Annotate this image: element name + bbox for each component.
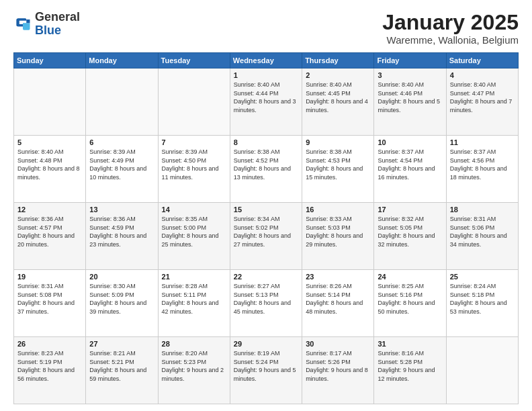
day-info: Sunrise: 8:40 AM Sunset: 4:45 PM Dayligh…: [306, 81, 370, 114]
day-number: 19: [17, 273, 82, 281]
table-row: 16Sunrise: 8:33 AM Sunset: 5:03 PM Dayli…: [302, 203, 374, 270]
day-info: Sunrise: 8:24 AM Sunset: 5:18 PM Dayligh…: [450, 282, 515, 316]
calendar-week-row: 19Sunrise: 8:31 AM Sunset: 5:08 PM Dayli…: [14, 270, 519, 337]
table-row: [446, 337, 518, 404]
table-row: 5Sunrise: 8:40 AM Sunset: 4:48 PM Daylig…: [14, 136, 86, 203]
table-row: 28Sunrise: 8:20 AM Sunset: 5:23 PM Dayli…: [158, 337, 230, 404]
day-info: Sunrise: 8:33 AM Sunset: 5:03 PM Dayligh…: [306, 215, 370, 248]
table-row: 1Sunrise: 8:40 AM Sunset: 4:44 PM Daylig…: [230, 68, 302, 136]
col-wednesday: Wednesday: [230, 53, 302, 68]
day-number: 29: [234, 340, 298, 348]
table-row: 29Sunrise: 8:19 AM Sunset: 5:24 PM Dayli…: [230, 337, 302, 404]
table-row: 7Sunrise: 8:39 AM Sunset: 4:50 PM Daylig…: [158, 136, 230, 203]
calendar-title: January 2025: [382, 11, 519, 34]
table-row: [158, 68, 230, 136]
day-number: 28: [162, 340, 226, 348]
col-saturday: Saturday: [446, 53, 518, 68]
day-info: Sunrise: 8:23 AM Sunset: 5:19 PM Dayligh…: [17, 349, 82, 383]
day-number: 21: [162, 273, 226, 281]
day-info: Sunrise: 8:37 AM Sunset: 4:56 PM Dayligh…: [450, 148, 515, 181]
calendar-subtitle: Waremme, Wallonia, Belgium: [382, 34, 519, 46]
calendar-week-row: 5Sunrise: 8:40 AM Sunset: 4:48 PM Daylig…: [14, 136, 519, 203]
table-row: 30Sunrise: 8:17 AM Sunset: 5:26 PM Dayli…: [302, 337, 374, 404]
day-info: Sunrise: 8:39 AM Sunset: 4:49 PM Dayligh…: [89, 148, 154, 181]
table-row: 31Sunrise: 8:16 AM Sunset: 5:28 PM Dayli…: [374, 337, 446, 404]
table-row: 6Sunrise: 8:39 AM Sunset: 4:49 PM Daylig…: [86, 136, 158, 203]
col-tuesday: Tuesday: [158, 53, 230, 68]
day-number: 13: [89, 205, 154, 214]
col-sunday: Sunday: [14, 53, 86, 68]
table-row: 14Sunrise: 8:35 AM Sunset: 5:00 PM Dayli…: [158, 203, 230, 270]
day-info: Sunrise: 8:26 AM Sunset: 5:14 PM Dayligh…: [306, 282, 370, 316]
table-row: [86, 68, 158, 136]
day-info: Sunrise: 8:27 AM Sunset: 5:13 PM Dayligh…: [234, 282, 298, 316]
day-number: 12: [17, 205, 82, 214]
col-friday: Friday: [374, 53, 446, 68]
calendar-table: Sunday Monday Tuesday Wednesday Thursday…: [13, 52, 519, 404]
logo-icon: [13, 15, 32, 34]
day-info: Sunrise: 8:40 AM Sunset: 4:48 PM Dayligh…: [17, 148, 82, 181]
day-info: Sunrise: 8:20 AM Sunset: 5:23 PM Dayligh…: [162, 349, 226, 383]
title-block: January 2025 Waremme, Wallonia, Belgium: [382, 11, 519, 46]
day-number: 27: [89, 340, 154, 348]
day-info: Sunrise: 8:36 AM Sunset: 4:57 PM Dayligh…: [17, 215, 82, 248]
day-info: Sunrise: 8:21 AM Sunset: 5:21 PM Dayligh…: [89, 349, 154, 383]
day-info: Sunrise: 8:37 AM Sunset: 4:54 PM Dayligh…: [378, 148, 442, 181]
table-row: 17Sunrise: 8:32 AM Sunset: 5:05 PM Dayli…: [374, 203, 446, 270]
day-info: Sunrise: 8:38 AM Sunset: 4:52 PM Dayligh…: [234, 148, 298, 181]
table-row: 27Sunrise: 8:21 AM Sunset: 5:21 PM Dayli…: [86, 337, 158, 404]
table-row: 20Sunrise: 8:30 AM Sunset: 5:09 PM Dayli…: [86, 270, 158, 337]
day-number: 20: [89, 273, 154, 281]
day-number: 2: [306, 71, 370, 79]
table-row: 8Sunrise: 8:38 AM Sunset: 4:52 PM Daylig…: [230, 136, 302, 203]
day-number: 6: [89, 138, 154, 146]
day-info: Sunrise: 8:38 AM Sunset: 4:53 PM Dayligh…: [306, 148, 370, 181]
day-number: 3: [378, 71, 442, 79]
day-number: 25: [450, 273, 515, 281]
day-info: Sunrise: 8:40 AM Sunset: 4:46 PM Dayligh…: [378, 81, 442, 114]
day-number: 9: [306, 138, 370, 146]
day-number: 16: [306, 205, 370, 214]
day-number: 18: [450, 205, 515, 214]
table-row: 9Sunrise: 8:38 AM Sunset: 4:53 PM Daylig…: [302, 136, 374, 203]
logo-general-text: General: [35, 10, 80, 24]
table-row: 3Sunrise: 8:40 AM Sunset: 4:46 PM Daylig…: [374, 68, 446, 136]
day-info: Sunrise: 8:31 AM Sunset: 5:08 PM Dayligh…: [17, 282, 82, 316]
day-number: 17: [378, 205, 442, 214]
calendar-header-row: Sunday Monday Tuesday Wednesday Thursday…: [14, 53, 519, 68]
day-info: Sunrise: 8:31 AM Sunset: 5:06 PM Dayligh…: [450, 215, 515, 248]
day-number: 7: [162, 138, 226, 146]
table-row: 15Sunrise: 8:34 AM Sunset: 5:02 PM Dayli…: [230, 203, 302, 270]
day-number: 1: [234, 71, 298, 79]
table-row: 10Sunrise: 8:37 AM Sunset: 4:54 PM Dayli…: [374, 136, 446, 203]
day-info: Sunrise: 8:30 AM Sunset: 5:09 PM Dayligh…: [89, 282, 154, 316]
day-number: 30: [306, 340, 370, 348]
table-row: 18Sunrise: 8:31 AM Sunset: 5:06 PM Dayli…: [446, 203, 518, 270]
day-number: 4: [450, 71, 515, 79]
day-info: Sunrise: 8:17 AM Sunset: 5:26 PM Dayligh…: [306, 349, 370, 383]
calendar-week-row: 12Sunrise: 8:36 AM Sunset: 4:57 PM Dayli…: [14, 203, 519, 270]
day-number: 10: [378, 138, 442, 146]
table-row: 2Sunrise: 8:40 AM Sunset: 4:45 PM Daylig…: [302, 68, 374, 136]
day-number: 23: [306, 273, 370, 281]
day-info: Sunrise: 8:28 AM Sunset: 5:11 PM Dayligh…: [162, 282, 226, 316]
table-row: 22Sunrise: 8:27 AM Sunset: 5:13 PM Dayli…: [230, 270, 302, 337]
day-info: Sunrise: 8:25 AM Sunset: 5:16 PM Dayligh…: [378, 282, 442, 316]
day-number: 26: [17, 340, 82, 348]
day-info: Sunrise: 8:36 AM Sunset: 4:59 PM Dayligh…: [89, 215, 154, 248]
table-row: 25Sunrise: 8:24 AM Sunset: 5:18 PM Dayli…: [446, 270, 518, 337]
logo-text: General Blue: [35, 11, 80, 38]
table-row: 23Sunrise: 8:26 AM Sunset: 5:14 PM Dayli…: [302, 270, 374, 337]
day-number: 24: [378, 273, 442, 281]
header: General Blue January 2025 Waremme, Wallo…: [13, 11, 519, 46]
day-info: Sunrise: 8:32 AM Sunset: 5:05 PM Dayligh…: [378, 215, 442, 248]
day-number: 15: [234, 205, 298, 214]
table-row: 11Sunrise: 8:37 AM Sunset: 4:56 PM Dayli…: [446, 136, 518, 203]
day-info: Sunrise: 8:39 AM Sunset: 4:50 PM Dayligh…: [162, 148, 226, 181]
day-info: Sunrise: 8:40 AM Sunset: 4:44 PM Dayligh…: [234, 81, 298, 114]
day-info: Sunrise: 8:35 AM Sunset: 5:00 PM Dayligh…: [162, 215, 226, 248]
table-row: 21Sunrise: 8:28 AM Sunset: 5:11 PM Dayli…: [158, 270, 230, 337]
table-row: 24Sunrise: 8:25 AM Sunset: 5:16 PM Dayli…: [374, 270, 446, 337]
day-info: Sunrise: 8:19 AM Sunset: 5:24 PM Dayligh…: [234, 349, 298, 383]
logo-blue-text: Blue: [35, 24, 61, 37]
